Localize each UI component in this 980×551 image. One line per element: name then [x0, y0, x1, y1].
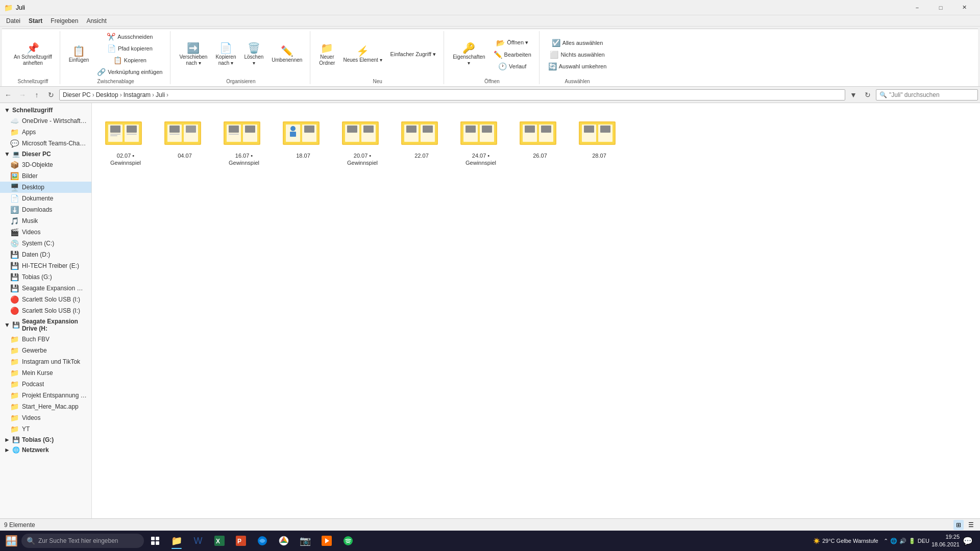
taskbar-search-input[interactable] [38, 537, 130, 544]
ribbon-btn-neuer-ordner[interactable]: 📁 NeuerOrdner [315, 41, 338, 68]
ribbon-btn-alles-auswaehlen[interactable]: ☑️ Alles auswählen [545, 37, 610, 48]
taskbar-app-spotify[interactable] [338, 532, 358, 550]
ribbon-btn-anheften[interactable]: 📌 An Schnellzugriffanheften [10, 41, 56, 68]
file-item-1807[interactable]: 18.07 [278, 111, 329, 172]
view-btn-details[interactable]: ☰ [966, 520, 976, 530]
sidebar-section-dieser-pc[interactable]: ▼ 💻 Dieser PC [0, 149, 91, 159]
sidebar-item-videos-seagate[interactable]: 📁 Videos [0, 412, 91, 423]
file-item-2007[interactable]: 20.07 • Gewinnspiel [337, 111, 388, 172]
battery-icon[interactable]: 🔋 [909, 538, 916, 544]
sidebar-item-dokumente[interactable]: 📄 Dokumente [0, 193, 91, 204]
back-button[interactable]: ← [2, 89, 14, 101]
search-box[interactable]: 🔍 [876, 89, 978, 101]
up-button[interactable]: ↑ [31, 89, 43, 101]
file-item-0407[interactable]: 04.07 [159, 111, 210, 172]
ribbon-btn-verknuepfung[interactable]: 🔗 Verknüpfung einfügen [93, 66, 166, 78]
ribbon-btn-auswahl-umkehren[interactable]: 🔄 Auswahl umkehren [545, 61, 610, 72]
taskbar-app-powerpoint[interactable]: P [231, 532, 251, 550]
refresh-button[interactable]: ↻ [45, 89, 57, 101]
sidebar-item-yt[interactable]: 📁 YT [0, 423, 91, 435]
file-item-2407[interactable]: 24.07 • Gewinnspiel [455, 111, 506, 172]
menu-ansicht[interactable]: Ansicht [82, 16, 110, 26]
ribbon-btn-kopieren[interactable]: 📋 Kopieren [93, 55, 166, 66]
sidebar-item-projekt-entspannung[interactable]: 📁 Projekt Entspannung Video [0, 390, 91, 401]
sidebar-item-system-c[interactable]: 💿 System (C:) [0, 238, 91, 249]
taskbar-app-media[interactable] [316, 532, 337, 550]
file-item-2607[interactable]: 26.07 [514, 111, 566, 172]
sidebar-item-scarlett-i2[interactable]: 🔴 Scarlett Solo USB (I:) [0, 305, 91, 316]
ribbon-btn-loeschen[interactable]: 🗑️ Löschen▾ [240, 41, 267, 68]
ribbon-btn-nichts-auswaehlen[interactable]: ⬜ Nichts auswählen [545, 49, 610, 60]
sidebar-item-bilder[interactable]: 🖼️ Bilder [0, 170, 91, 182]
ribbon-btn-pfad-kopieren[interactable]: 📄 Pfad kopieren [93, 43, 166, 54]
ribbon-btn-umbenennen[interactable]: ✏️ Umbenennen [268, 41, 306, 68]
sidebar-item-podcast[interactable]: 📁 Podcast [0, 379, 91, 390]
sidebar-item-downloads[interactable]: ⬇️ Downloads [0, 204, 91, 215]
taskbar-app-word[interactable]: W [188, 532, 208, 550]
sidebar-item-buch-fbv[interactable]: 📁 Buch FBV [0, 334, 91, 345]
sidebar-item-tobias-g[interactable]: 💾 Tobias (G:) [0, 271, 91, 283]
file-item-0207[interactable]: 02.07 • Gewinnspiel [100, 111, 151, 172]
ribbon-group-neu: 📁 NeuerOrdner ⚡ Neues Element ▾ Einfache… [311, 31, 444, 84]
notification-button[interactable]: 💬 [962, 535, 974, 547]
sidebar-item-musik[interactable]: 🎵 Musik [0, 215, 91, 227]
ribbon-btn-einfuegen[interactable]: 📋 Einfügen [65, 41, 92, 68]
minimize-button[interactable]: − [905, 0, 929, 15]
ribbon-btn-verlauf[interactable]: 🕐 Verlauf [490, 61, 535, 72]
seagate-h-icon: 💾 [10, 284, 19, 292]
ribbon-btn-einfacher-zugriff[interactable]: Einfacher Zugriff ▾ [387, 49, 440, 60]
address-dropdown-button[interactable]: ▼ [847, 89, 860, 101]
start-button[interactable]: 🪟 [2, 532, 20, 550]
file-item-2207[interactable]: 22.07 [396, 111, 447, 172]
sidebar-item-onedrive[interactable]: ☁️ OneDrive - Wirtschaftsuniver [0, 115, 91, 127]
sidebar-item-start-here-mac[interactable]: 📁 Start_Here_Mac.app [0, 401, 91, 412]
menu-start[interactable]: Start [24, 16, 46, 26]
forward-button[interactable]: → [16, 89, 29, 101]
search-input[interactable] [889, 91, 974, 98]
ribbon-btn-kopieren-nach[interactable]: 📄 Kopierennach ▾ [212, 41, 239, 68]
sidebar-item-daten-d[interactable]: 💾 Daten (D:) [0, 249, 91, 260]
file-item-1607[interactable]: 16.07 • Gewinnspiel [218, 111, 270, 172]
weather-widget[interactable]: ☀️ 29°C Gelbe Warnstufe [810, 538, 881, 544]
ribbon-btn-neues-element[interactable]: ⚡ Neues Element ▾ [339, 41, 385, 68]
sidebar-item-3d-objekte[interactable]: 📦 3D-Objekte [0, 159, 91, 170]
taskbar-app-chrome[interactable] [274, 532, 294, 550]
address-refresh-right[interactable]: ↻ [862, 89, 874, 101]
sidebar-section-schnellzugriff[interactable]: ▼ Schnellzugriff [0, 105, 91, 115]
sidebar-item-desktop[interactable]: 🖥️ Desktop [0, 182, 91, 193]
close-button[interactable]: ✕ [952, 0, 976, 15]
address-path[interactable]: Dieser PC › Desktop › Instagram › Juli › [59, 89, 845, 101]
sidebar-item-scarlett-i1[interactable]: 🔴 Scarlett Solo USB (I:) [0, 294, 91, 305]
taskbar-clock[interactable]: 19:25 18.06.2021 [932, 533, 960, 549]
sidebar-item-seagate-h[interactable]: 💾 Seagate Expansion Drive (H: [0, 283, 91, 294]
network-icon[interactable]: 🌐 [890, 538, 897, 544]
sidebar-item-videos[interactable]: 🎬 Videos [0, 227, 91, 238]
taskbar-search-box[interactable]: 🔍 [21, 534, 144, 548]
sidebar-item-mein-kurse[interactable]: 📁 Mein Kurse [0, 367, 91, 379]
ribbon-btn-verschieben[interactable]: ➡️ Verschiebennach ▾ [176, 41, 211, 68]
menu-freigeben[interactable]: Freigeben [46, 16, 82, 26]
view-btn-large-icons[interactable]: ⊞ [953, 520, 964, 530]
taskbar-app-browser1[interactable] [252, 532, 273, 550]
taskbar-app-excel[interactable]: X [209, 532, 230, 550]
menu-datei[interactable]: Datei [2, 16, 24, 26]
sidebar-item-apps[interactable]: 📁 Apps [0, 127, 91, 138]
sidebar-section-tobias-g2[interactable]: ► 💾 Tobias (G:) [0, 435, 91, 445]
sidebar-section-seagate-h2[interactable]: ▼ 💾 Seagate Expansion Drive (H: [0, 316, 91, 334]
file-item-2807[interactable]: 28.07 [574, 111, 625, 172]
ribbon-btn-ausschneiden[interactable]: ✂️ Ausschneiden [93, 31, 166, 42]
sidebar-item-gewerbe[interactable]: 📁 Gewerbe [0, 345, 91, 356]
systray-arrow[interactable]: ⌃ [884, 538, 888, 544]
ribbon-btn-bearbeiten[interactable]: ✏️ Bearbeiten [490, 49, 535, 60]
taskbar-app-photos[interactable]: 📷 [295, 532, 315, 550]
taskbar-app-task-view[interactable] [145, 532, 165, 550]
maximize-button[interactable]: □ [929, 0, 952, 15]
ribbon-btn-eigenschaften[interactable]: 🔑 Eigenschaften▾ [449, 41, 488, 68]
sidebar-item-teams[interactable]: 💬 Microsoft Teams-Chatdatei [0, 138, 91, 149]
sidebar-item-instagram-tiktok[interactable]: 📁 Instagram und TikTok [0, 356, 91, 367]
ribbon-btn-oeffnen[interactable]: 📂 Öffnen ▾ [490, 37, 535, 48]
volume-icon[interactable]: 🔊 [899, 538, 906, 544]
taskbar-app-file-explorer[interactable]: 📁 [166, 532, 187, 550]
sidebar-item-hitech[interactable]: 💾 HI-TECH Treiber (E:) [0, 260, 91, 271]
sidebar-section-netzwerk[interactable]: ► 🌐 Netzwerk [0, 445, 91, 455]
